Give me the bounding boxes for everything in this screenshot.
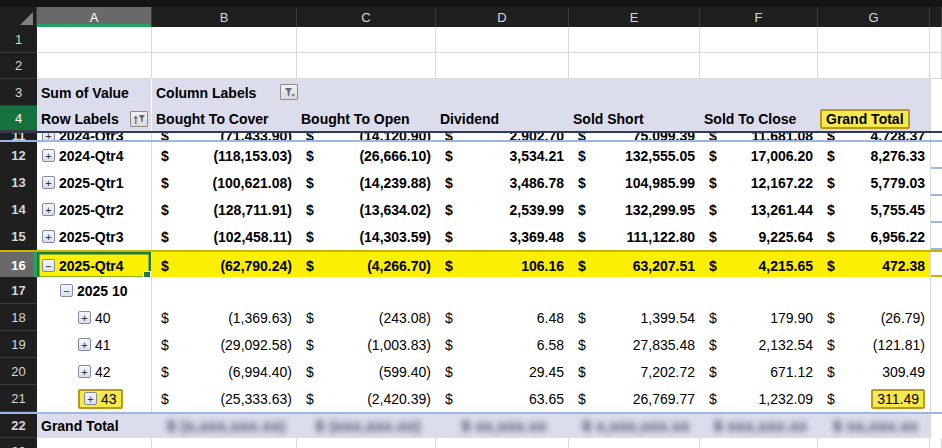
value-cell-e11[interactable]: $75,099.39 [569, 133, 700, 142]
select-all-corner[interactable] [0, 7, 37, 27]
row-labels-sort-filter-button[interactable] [130, 111, 148, 127]
empty-cell-e23[interactable] [569, 438, 700, 448]
expand-icon[interactable]: + [42, 149, 55, 162]
column-header-e[interactable]: E [569, 7, 700, 27]
row-label-cell-11[interactable]: +2024-Qtr3 [37, 133, 152, 142]
grand-total-value-f[interactable]: $ xxx,xxx.xx [700, 414, 818, 438]
empty-cell-e1[interactable] [569, 27, 700, 53]
expand-icon[interactable]: + [42, 176, 55, 189]
row-label-cell-13[interactable]: +2025-Qtr1 [37, 169, 152, 196]
row-header-16[interactable]: 16 [0, 252, 37, 279]
empty-cell-c2[interactable] [297, 53, 436, 79]
empty-cell-e2[interactable] [569, 53, 700, 79]
grand-total-value-e[interactable]: $ x,xxx,xxx.xx [569, 414, 700, 438]
row-header-2[interactable]: 2 [0, 53, 37, 79]
empty-cell-d23[interactable] [436, 438, 569, 448]
value-cell-e12[interactable]: $132,555.05 [569, 142, 700, 169]
value-cell-g17[interactable] [818, 277, 930, 304]
value-cell-c15[interactable]: $(14,303.59) [297, 223, 436, 250]
expand-icon[interactable]: + [78, 365, 91, 378]
value-cell-d17[interactable] [436, 277, 569, 304]
value-cell-b19[interactable]: $(29,092.58) [152, 331, 297, 358]
expand-icon[interactable]: + [42, 133, 55, 142]
sum-of-value-cell[interactable]: Sum of Value [37, 79, 152, 106]
field-header-dividend[interactable]: Dividend [436, 106, 569, 131]
empty-cell-d2[interactable] [436, 53, 569, 79]
row-header-4[interactable]: 4 [0, 106, 37, 131]
collapse-icon[interactable]: − [60, 284, 73, 297]
column-labels-cell[interactable]: Column Labels [152, 79, 930, 106]
row-label-cell-18[interactable]: +40 [37, 304, 152, 331]
column-header-a[interactable]: A [37, 7, 152, 27]
field-header-sold-short[interactable]: Sold Short [569, 106, 700, 131]
value-cell-e13[interactable]: $104,985.99 [569, 169, 700, 196]
row-label-cell-21[interactable]: +43 [37, 385, 152, 412]
empty-cell-g1[interactable] [818, 27, 930, 53]
value-cell-b17[interactable] [152, 277, 297, 304]
row-header-19[interactable]: 19 [0, 331, 37, 358]
value-cell-e17[interactable] [569, 277, 700, 304]
row-header-20[interactable]: 20 [0, 358, 37, 385]
empty-cell-a2[interactable] [37, 53, 152, 79]
value-cell-g18[interactable]: $(26.79) [818, 304, 930, 331]
column-header-g[interactable]: G [818, 7, 930, 27]
column-header-f[interactable]: F [700, 7, 818, 27]
value-cell-b16[interactable]: $(62,790.24) [152, 252, 297, 279]
grand-total-value-g[interactable]: $ xx,xxx.xx [818, 414, 930, 438]
value-cell-c18[interactable]: $(243.08) [297, 304, 436, 331]
value-cell-g14[interactable]: $5,755.45 [818, 196, 930, 223]
value-cell-e18[interactable]: $1,399.54 [569, 304, 700, 331]
value-cell-e14[interactable]: $132,299.95 [569, 196, 700, 223]
value-cell-d18[interactable]: $6.48 [436, 304, 569, 331]
expand-icon[interactable]: + [78, 311, 91, 324]
value-cell-f15[interactable]: $9,225.64 [700, 223, 818, 250]
value-cell-b12[interactable]: $(118,153.03) [152, 142, 297, 169]
row-header-12[interactable]: 12 [0, 142, 37, 169]
row-header-22[interactable]: 22 [0, 414, 37, 438]
value-cell-f13[interactable]: $12,167.22 [700, 169, 818, 196]
grand-total-value-c[interactable]: $ (xxx,xxx.xx) [297, 414, 436, 438]
column-labels-filter-button[interactable] [280, 84, 298, 100]
value-cell-e19[interactable]: $27,835.48 [569, 331, 700, 358]
field-header-bought-to-cover[interactable]: Bought To Cover [152, 106, 297, 131]
value-cell-d12[interactable]: $3,534.21 [436, 142, 569, 169]
row-header-21[interactable]: 21 [0, 385, 37, 412]
row-header-23[interactable]: 23 [0, 438, 37, 448]
value-cell-f16[interactable]: $4,215.65 [700, 252, 818, 279]
row-label-cell-14[interactable]: +2025-Qtr2 [37, 196, 152, 223]
value-cell-c17[interactable] [297, 277, 436, 304]
value-cell-d19[interactable]: $6.58 [436, 331, 569, 358]
value-cell-g19[interactable]: $(121.81) [818, 331, 930, 358]
value-cell-d13[interactable]: $3,486.78 [436, 169, 569, 196]
value-cell-d15[interactable]: $3,369.48 [436, 223, 569, 250]
expand-icon[interactable]: + [84, 392, 97, 405]
column-header-c[interactable]: C [297, 7, 436, 27]
value-cell-e21[interactable]: $26,769.77 [569, 385, 700, 412]
value-cell-f21[interactable]: $1,232.09 [700, 385, 818, 412]
expand-icon[interactable]: + [78, 338, 91, 351]
column-header-d[interactable]: D [436, 7, 569, 27]
row-label-cell-17[interactable]: −2025 10 [37, 277, 152, 304]
empty-cell-b23[interactable] [152, 438, 297, 448]
value-cell-f20[interactable]: $671.12 [700, 358, 818, 385]
row-header-14[interactable]: 14 [0, 196, 37, 223]
value-cell-c11[interactable]: $(14,120.90) [297, 133, 436, 142]
value-cell-d14[interactable]: $2,539.99 [436, 196, 569, 223]
value-cell-c19[interactable]: $(1,003.83) [297, 331, 436, 358]
empty-cell-a23[interactable] [37, 438, 152, 448]
grand-total-value-d[interactable]: $ xx,xxx.xx [436, 414, 569, 438]
row-label-cell-20[interactable]: +42 [37, 358, 152, 385]
empty-cell-b1[interactable] [152, 27, 297, 53]
value-cell-b20[interactable]: $(6,994.40) [152, 358, 297, 385]
empty-cell-a1[interactable] [37, 27, 152, 53]
value-cell-c21[interactable]: $(2,420.39) [297, 385, 436, 412]
empty-cell-g23[interactable] [818, 438, 930, 448]
value-cell-d20[interactable]: $29.45 [436, 358, 569, 385]
value-cell-g20[interactable]: $309.49 [818, 358, 930, 385]
grand-total-label-cell[interactable]: Grand Total [37, 414, 152, 438]
value-cell-f17[interactable] [700, 277, 818, 304]
row-header-18[interactable]: 18 [0, 304, 37, 331]
value-cell-b18[interactable]: $(1,369.63) [152, 304, 297, 331]
value-cell-f12[interactable]: $17,006.20 [700, 142, 818, 169]
value-cell-e20[interactable]: $7,202.72 [569, 358, 700, 385]
